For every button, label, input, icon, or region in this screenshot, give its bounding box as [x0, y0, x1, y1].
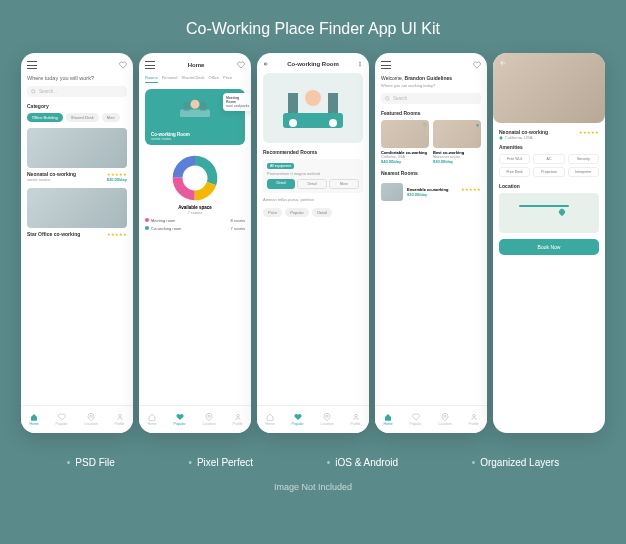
nav-profile[interactable]: Profile [351, 413, 361, 426]
tab-price[interactable]: Price [223, 75, 232, 83]
nearest-price: $30.00/day [407, 192, 481, 197]
nav-location[interactable]: Location [321, 413, 334, 426]
filter-price[interactable]: Price [263, 208, 282, 217]
svg-point-23 [354, 414, 357, 417]
nav-profile[interactable]: Profile [469, 413, 479, 426]
tab-rooms[interactable]: Rooms [145, 75, 158, 83]
svg-point-22 [326, 415, 328, 417]
rec-sub: Praesentium ti magna molestt [267, 171, 359, 176]
detail-hero-image [493, 53, 605, 123]
back-icon[interactable] [263, 61, 269, 67]
heart-icon[interactable]: ♡ [423, 122, 427, 128]
search-placeholder: Search [393, 96, 407, 101]
svg-rect-5 [184, 102, 190, 111]
footer-note: Image Not Included [0, 476, 626, 492]
listing-1[interactable]: Neonatal co-working★★★★★ sector nostra$3… [27, 128, 127, 182]
welcome-question: Where you are working today? [381, 83, 481, 88]
nav-popular[interactable]: Popular [174, 413, 186, 426]
hero-card[interactable]: Co-working Roomsector nostra Meeting Roo… [145, 89, 245, 145]
nav-popular[interactable]: Popular [410, 413, 422, 426]
available-sub: 7 rooms [145, 210, 245, 215]
svg-point-14 [360, 64, 361, 65]
more-icon[interactable] [357, 61, 363, 67]
category-label: Category [27, 103, 127, 109]
search-input[interactable]: Search... [27, 86, 127, 97]
tab-office[interactable]: Office [209, 75, 219, 83]
nav-location[interactable]: Location [439, 413, 452, 426]
screen-home: Home Rooms Personal Shared Desk Office P… [139, 53, 251, 433]
detail-btn[interactable]: Detail [267, 179, 295, 189]
nav-home[interactable]: Home [383, 413, 392, 426]
chip-shared[interactable]: Shared Desk [66, 113, 99, 122]
rating-stars: ★★★★★ [461, 187, 481, 192]
bottom-nav: Home Popular Location Profile [139, 405, 251, 433]
amenity-drink: Free Drink [499, 167, 530, 177]
nav-popular[interactable]: Popular [292, 413, 304, 426]
bottom-nav: Home Popular Location Profile [375, 405, 487, 433]
detail-btn-2[interactable]: Detail [297, 179, 327, 189]
tab-personal[interactable]: Personal [162, 75, 178, 83]
more-btn[interactable]: More [329, 179, 359, 189]
amenities-grid: Free Wi-fi AC Security Free Drink Projec… [499, 154, 599, 177]
heart-icon[interactable] [237, 61, 245, 69]
svg-rect-18 [288, 93, 298, 113]
svg-point-20 [289, 119, 297, 127]
featured-card-1[interactable]: ♡ Comfortable co-working California, USA… [381, 120, 429, 164]
amenities-label: Amenities [499, 144, 599, 150]
featured-price: $30.00/day [433, 159, 481, 164]
feature-layers: Organized Layers [472, 457, 559, 468]
welcome-text: Welcome, Brandon Guidelines [381, 75, 481, 81]
book-button[interactable]: Book Now [499, 239, 599, 255]
chip-office[interactable]: Office Building [27, 113, 63, 122]
svg-point-11 [208, 415, 210, 417]
listing-image [27, 128, 127, 168]
nav-home[interactable]: Home [147, 413, 156, 426]
heart-icon[interactable]: ♥ [476, 122, 479, 128]
meeting-card[interactable]: Meeting Roommori und partis [223, 93, 251, 111]
filter-popular[interactable]: Popular [285, 208, 309, 217]
map-view[interactable] [499, 193, 599, 233]
screen-welcome: Welcome, Brandon Guidelines Where you ar… [375, 53, 487, 433]
search-input[interactable]: Search [381, 93, 481, 104]
menu-icon[interactable] [145, 61, 155, 69]
listing-image [27, 188, 127, 228]
nav-home[interactable]: Home [29, 413, 38, 426]
svg-point-26 [472, 414, 475, 417]
room-illustration [263, 73, 363, 143]
nearest-label: Nearest Rooms [381, 170, 481, 176]
chip-meeting[interactable]: Mee [102, 113, 120, 122]
svg-point-2 [118, 414, 121, 417]
filter-detail[interactable]: Detail [312, 208, 332, 217]
listing-title: Star Office co-working [27, 231, 80, 237]
listing-price: $30.00/day [107, 177, 127, 182]
back-icon[interactable] [499, 59, 507, 67]
heart-icon[interactable] [119, 61, 127, 69]
location-row: California, USA [499, 135, 599, 140]
listing-2[interactable]: Star Office co-working★★★★★ [27, 188, 127, 237]
svg-point-13 [360, 62, 361, 63]
nearest-item[interactable]: Ensemble co-working★★★★★ $30.00/day [381, 180, 481, 204]
recommended-label: Recommended Rooms [263, 149, 363, 155]
nav-location[interactable]: Location [203, 413, 216, 426]
nav-location[interactable]: Location [85, 413, 98, 426]
menu-icon[interactable] [381, 61, 391, 69]
page-title: Co-Working Place Finder App UI Kit [0, 0, 626, 53]
featured-image: ♡ [381, 120, 429, 148]
amenity-interpreter: Interpreter [568, 167, 599, 177]
bottom-nav: Home Popular Location Profile [21, 405, 133, 433]
listing-sub: sector nostra [27, 177, 50, 182]
featured-card-2[interactable]: ♥ Best co-working Maecenas auctor $30.00… [433, 120, 481, 164]
search-icon [385, 96, 390, 101]
featured-label: Featured Rooms [381, 110, 481, 116]
menu-icon[interactable] [27, 61, 37, 69]
heart-icon[interactable] [473, 61, 481, 69]
nav-profile[interactable]: Profile [115, 413, 125, 426]
rating-stars: ★★★★★ [579, 130, 599, 135]
nav-home[interactable]: Home [265, 413, 274, 426]
screen-title: Home [188, 62, 205, 68]
tab-shared[interactable]: Shared Desk [181, 75, 204, 83]
svg-point-0 [32, 90, 35, 93]
nav-profile[interactable]: Profile [233, 413, 243, 426]
amenity-ac: AC [533, 154, 564, 164]
nav-popular[interactable]: Popular [56, 413, 68, 426]
